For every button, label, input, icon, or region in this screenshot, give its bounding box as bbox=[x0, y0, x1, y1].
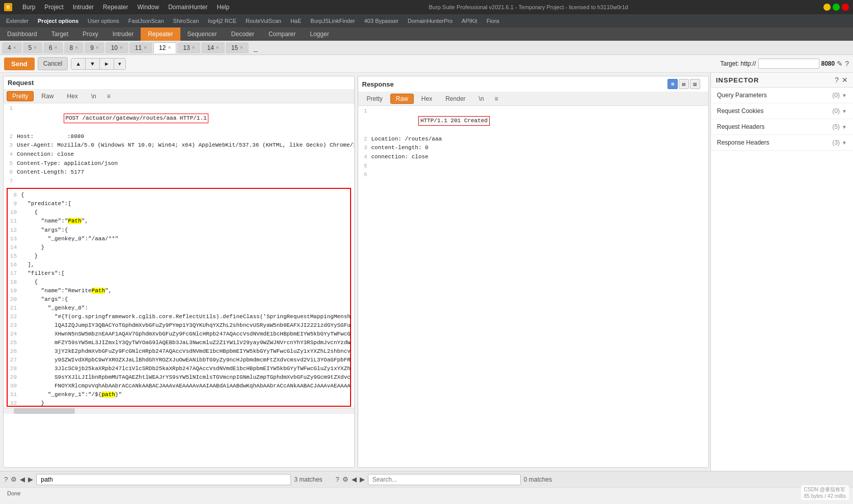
inspector-request-headers[interactable]: Request Headers (5) ▼ bbox=[711, 119, 853, 135]
jl-12: "args":{ bbox=[21, 295, 348, 304]
tab-target[interactable]: Target bbox=[44, 27, 75, 41]
tab-repeater[interactable]: Repeater bbox=[141, 27, 180, 41]
repeater-tab-6[interactable]: 6× bbox=[43, 42, 63, 53]
repeater-tab-9[interactable]: 9× bbox=[85, 42, 104, 53]
forward-arrow-right[interactable]: ▶ bbox=[360, 475, 365, 483]
forward-arrow-left[interactable]: ▶ bbox=[28, 475, 33, 483]
inspector-icons: ? ✕ bbox=[835, 76, 848, 84]
jl-10: { bbox=[21, 278, 348, 287]
resp-ln-2: 2 bbox=[360, 135, 371, 144]
inspector-response-headers[interactable]: Response Headers (3) ▼ bbox=[711, 135, 853, 151]
inspector-close-icon[interactable]: ✕ bbox=[842, 76, 848, 84]
jl-21: S9sYXJlLJIlbnRpbmMUTAQAEZhtlWEAJrYS9sYW5… bbox=[21, 373, 351, 382]
resp-h-conn: connection: close bbox=[371, 153, 707, 162]
menu-project[interactable]: Project bbox=[40, 3, 67, 12]
back-arrow-right[interactable]: ◀ bbox=[352, 475, 357, 483]
request-tab-pretty[interactable]: Pretty bbox=[7, 91, 34, 101]
cancel-button[interactable]: Cancel bbox=[38, 57, 68, 70]
tab-proxy[interactable]: Proxy bbox=[75, 27, 105, 41]
response-tab-render[interactable]: Render bbox=[440, 94, 471, 104]
settings-icon-left[interactable]: ⚙ bbox=[11, 475, 17, 483]
ext-403bypasser[interactable]: 403 Bypasser bbox=[360, 17, 403, 25]
back-arrow-left[interactable]: ◀ bbox=[20, 475, 25, 483]
tab-decoder[interactable]: Decoder bbox=[224, 27, 261, 41]
request-content[interactable]: 1 POST /actuator/gateway/routes/aaa HTTP… bbox=[4, 103, 354, 467]
response-tab-raw[interactable]: Raw bbox=[390, 94, 414, 104]
target-input[interactable] bbox=[758, 59, 819, 69]
ext-project-options[interactable]: Project options bbox=[34, 17, 83, 25]
jl-7: } bbox=[21, 252, 348, 261]
ext-shiroscan[interactable]: ShiroScan bbox=[169, 17, 203, 25]
edit-icon[interactable]: ✎ bbox=[837, 60, 843, 68]
help-icon[interactable]: ? bbox=[845, 60, 849, 68]
right-search-input[interactable] bbox=[368, 474, 521, 485]
target-area: Target: http:// 8080 ✎ ? bbox=[720, 59, 849, 69]
request-tab-raw[interactable]: Raw bbox=[36, 91, 59, 101]
response-tab-menu[interactable]: ≡ bbox=[492, 94, 501, 103]
add-tab-button[interactable]: _ bbox=[250, 42, 262, 53]
ext-extender[interactable]: Extender bbox=[2, 17, 33, 25]
response-content[interactable]: 1 HTTP/1.1 201 Created 2 Location: /rout… bbox=[358, 106, 709, 467]
navigation-tabs: Dashboard Target Proxy Intruder Repeater… bbox=[0, 27, 853, 41]
request-tab-ln[interactable]: \n bbox=[86, 91, 102, 101]
repeater-tab-12[interactable]: 12× bbox=[153, 42, 176, 53]
ext-burpjslink[interactable]: BurpJSLinkFinder bbox=[306, 17, 359, 25]
menu-help[interactable]: Help bbox=[213, 3, 234, 12]
tab-dashboard[interactable]: Dashboard bbox=[0, 27, 44, 41]
inspector-query-params[interactable]: Query Parameters (0) ▼ bbox=[711, 88, 853, 103]
tab-intruder[interactable]: Intruder bbox=[105, 27, 141, 41]
ext-fastjsonscan[interactable]: FastJsonScan bbox=[124, 17, 168, 25]
tab-comparer[interactable]: Comparer bbox=[261, 27, 303, 41]
menu-intruder[interactable]: Intruder bbox=[69, 3, 98, 12]
resp-ln-3: 3 bbox=[360, 144, 371, 153]
menu-window[interactable]: Window bbox=[133, 3, 163, 12]
ext-domainhunter[interactable]: DomainHunterPro bbox=[404, 17, 457, 25]
menu-domainhunter[interactable]: DomainHunter bbox=[164, 3, 211, 12]
response-tab-hex[interactable]: Hex bbox=[416, 94, 438, 104]
maximize-button[interactable] bbox=[833, 4, 840, 11]
inspector-help-icon[interactable]: ? bbox=[835, 76, 839, 84]
ext-log4j2[interactable]: log4j2 RCE bbox=[204, 17, 241, 25]
settings-icon-right[interactable]: ⚙ bbox=[342, 475, 349, 483]
repeater-tab-10[interactable]: 10× bbox=[105, 42, 128, 53]
bottom-bar: ? ⚙ ◀ ▶ 3 matches ? ⚙ ◀ ▶ 0 matches bbox=[0, 471, 853, 487]
tab-logger[interactable]: Logger bbox=[303, 27, 336, 41]
tab-sequencer[interactable]: Sequencer bbox=[180, 27, 224, 41]
response-tab-pretty[interactable]: Pretty bbox=[361, 94, 388, 104]
req-header-cl: Content-Length: 5177 bbox=[17, 168, 352, 177]
view-btn-1[interactable]: ▦ bbox=[668, 79, 678, 89]
menu-repeater[interactable]: Repeater bbox=[99, 3, 132, 12]
ext-hae[interactable]: HaE bbox=[286, 17, 305, 25]
repeater-tab-8[interactable]: 8× bbox=[64, 42, 84, 53]
ln-12: 12 bbox=[10, 226, 21, 235]
repeater-tab-5[interactable]: 5× bbox=[23, 42, 43, 53]
target-label: Target: http:// bbox=[720, 60, 756, 67]
send-button[interactable]: Send bbox=[4, 58, 35, 70]
resp-ln-1: 1 bbox=[360, 107, 371, 135]
ext-user-options[interactable]: User options bbox=[84, 17, 123, 25]
nav-back-arrow[interactable]: ▾ bbox=[114, 59, 125, 69]
request-tab-menu[interactable]: ≡ bbox=[104, 92, 114, 101]
view-btn-2[interactable]: ▤ bbox=[679, 79, 689, 89]
view-btn-3[interactable]: ▧ bbox=[690, 79, 700, 89]
search-input[interactable] bbox=[36, 474, 291, 485]
repeater-tab-13[interactable]: 13× bbox=[177, 42, 200, 53]
req-header-conn: Connection: close bbox=[17, 150, 352, 159]
repeater-tab-14[interactable]: 14× bbox=[201, 42, 224, 53]
request-tab-hex[interactable]: Hex bbox=[61, 91, 83, 101]
repeater-tab-15[interactable]: 15× bbox=[226, 42, 249, 53]
response-tab-ln[interactable]: \n bbox=[473, 94, 490, 104]
ext-apikit[interactable]: APIKit bbox=[458, 17, 482, 25]
ext-fiora[interactable]: Fiora bbox=[483, 17, 503, 25]
repeater-tab-11[interactable]: 11× bbox=[129, 42, 152, 53]
ext-routevulscan[interactable]: RouteVulScan bbox=[242, 17, 285, 25]
repeater-tab-4[interactable]: 4× bbox=[2, 42, 22, 53]
nav-down-arrow[interactable]: ▼ bbox=[86, 59, 100, 69]
menu-burp[interactable]: Burp bbox=[18, 3, 39, 12]
minimize-button[interactable] bbox=[823, 4, 831, 11]
ln-32: 32 bbox=[10, 399, 21, 407]
nav-forward-arrow[interactable]: ► bbox=[100, 59, 114, 69]
close-button[interactable] bbox=[842, 4, 849, 11]
inspector-request-cookies[interactable]: Request Cookies (0) ▼ bbox=[711, 103, 853, 119]
nav-up-arrow[interactable]: ▲ bbox=[71, 59, 86, 69]
